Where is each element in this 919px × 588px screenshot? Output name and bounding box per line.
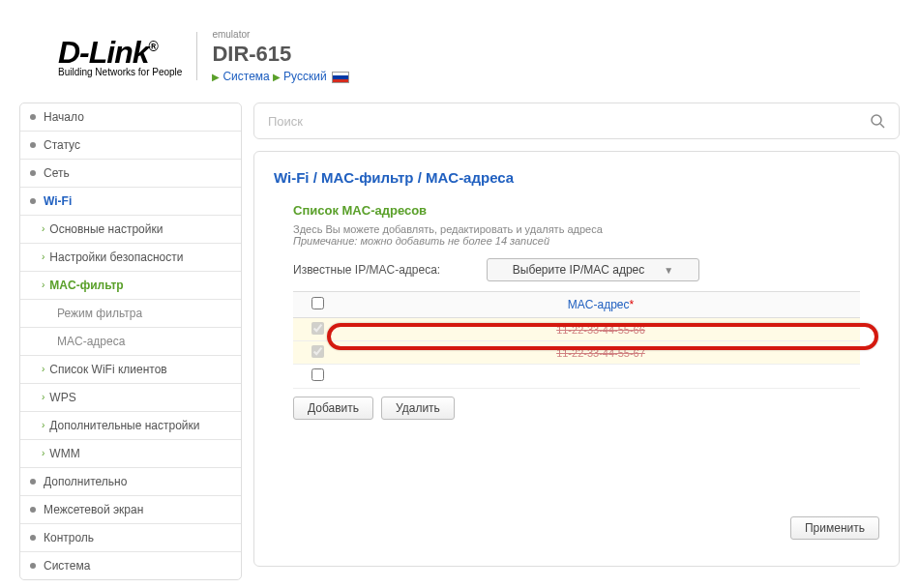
- chevron-right-icon: ›: [42, 224, 44, 234]
- chevron-right-icon: ▶: [273, 72, 281, 82]
- nav-wifi-wps[interactable]: ›WPS: [20, 384, 241, 412]
- mac-table: MAC-адрес* 11-22-33-44-55-66 11-22-33-44…: [293, 291, 860, 389]
- nav-system[interactable]: Система: [20, 552, 241, 579]
- nav-wifi-mac-mode[interactable]: Режим фильтра: [20, 300, 241, 328]
- emulator-label: emulator: [212, 29, 349, 40]
- nav-additional[interactable]: Дополнительно: [20, 468, 241, 496]
- nav-wifi-mac-addr[interactable]: MAC-адреса: [20, 328, 241, 356]
- mac-cell[interactable]: [341, 365, 860, 389]
- select-all-checkbox[interactable]: [311, 297, 324, 309]
- apply-button[interactable]: Применить: [790, 516, 879, 540]
- table-row[interactable]: 11-22-33-44-55-66: [293, 318, 860, 341]
- add-button[interactable]: Добавить: [293, 397, 373, 420]
- main-panel: Wi-Fi / MAC-фильтр / MAC-адреса Список M…: [253, 151, 900, 567]
- chevron-down-icon: ▼: [664, 265, 673, 276]
- nav-wifi-adv[interactable]: ›Дополнительные настройки: [20, 412, 241, 440]
- section-title: Список MAC-адресов: [293, 203, 860, 218]
- search-placeholder: Поиск: [268, 114, 870, 129]
- section-note: Примечание: можно добавить не более 14 з…: [293, 235, 860, 247]
- delete-button[interactable]: Удалить: [381, 397, 455, 420]
- crumb-lang[interactable]: Русский: [283, 70, 327, 83]
- row-checkbox[interactable]: [311, 368, 324, 381]
- brand-text: D-Link®: [58, 35, 182, 71]
- col-mac-header: MAC-адрес: [568, 298, 630, 311]
- nav-wifi[interactable]: Wi-Fi: [20, 188, 241, 216]
- svg-point-0: [872, 115, 881, 125]
- chevron-right-icon: ›: [42, 280, 44, 290]
- row-checkbox[interactable]: [311, 345, 324, 358]
- header: D-Link® Building Networks for People emu…: [0, 0, 919, 93]
- crumb-system[interactable]: Система: [222, 70, 269, 83]
- nav-wifi-wmm[interactable]: ›WMM: [20, 440, 241, 468]
- chevron-right-icon: ▶: [212, 72, 220, 82]
- known-label: Известные IP/MAC-адреса:: [293, 263, 487, 277]
- nav-wifi-clients[interactable]: ›Список WiFi клиентов: [20, 356, 241, 384]
- nav-net[interactable]: Сеть: [20, 160, 241, 188]
- model-block: emulator DIR-615 ▶Система ▶Русский: [212, 29, 349, 83]
- logo: D-Link® Building Networks for People: [58, 35, 182, 77]
- chevron-right-icon: ›: [42, 449, 44, 458]
- chevron-right-icon: ›: [42, 252, 44, 262]
- ip-mac-dropdown[interactable]: Выберите IP/MAC адрес ▼: [487, 258, 699, 281]
- breadcrumb: Wi-Fi / MAC-фильтр / MAC-адреса: [274, 169, 879, 186]
- svg-line-1: [880, 124, 884, 128]
- table-row[interactable]: 11-22-33-44-55-67: [293, 341, 860, 365]
- nav-status[interactable]: Статус: [20, 132, 241, 160]
- nav-firewall[interactable]: Межсетевой экран: [20, 496, 241, 524]
- chevron-right-icon: ›: [42, 393, 44, 402]
- sidebar: Начало Статус Сеть Wi-Fi ›Основные настр…: [19, 103, 242, 580]
- nav-wifi-basic[interactable]: ›Основные настройки: [20, 216, 241, 244]
- search-input[interactable]: Поиск: [253, 103, 900, 139]
- mac-cell: 11-22-33-44-55-67: [341, 341, 860, 365]
- flag-ru-icon: [332, 72, 349, 83]
- row-checkbox[interactable]: [311, 322, 324, 335]
- table-row-new[interactable]: [293, 365, 860, 389]
- search-icon: [870, 113, 885, 129]
- nav-start[interactable]: Начало: [20, 103, 241, 132]
- header-crumb: ▶Система ▶Русский: [212, 70, 349, 83]
- nav-control[interactable]: Контроль: [20, 524, 241, 552]
- nav-wifi-sec[interactable]: ›Настройки безопасности: [20, 244, 241, 272]
- mac-cell: 11-22-33-44-55-66: [341, 318, 860, 341]
- chevron-right-icon: ›: [42, 421, 44, 430]
- nav-wifi-mac[interactable]: ›MAC-фильтр: [20, 272, 241, 300]
- model-name: DIR-615: [212, 42, 349, 67]
- chevron-right-icon: ›: [42, 365, 44, 374]
- section-desc: Здесь Вы можете добавлять, редактировать…: [293, 223, 860, 235]
- divider: [196, 32, 197, 80]
